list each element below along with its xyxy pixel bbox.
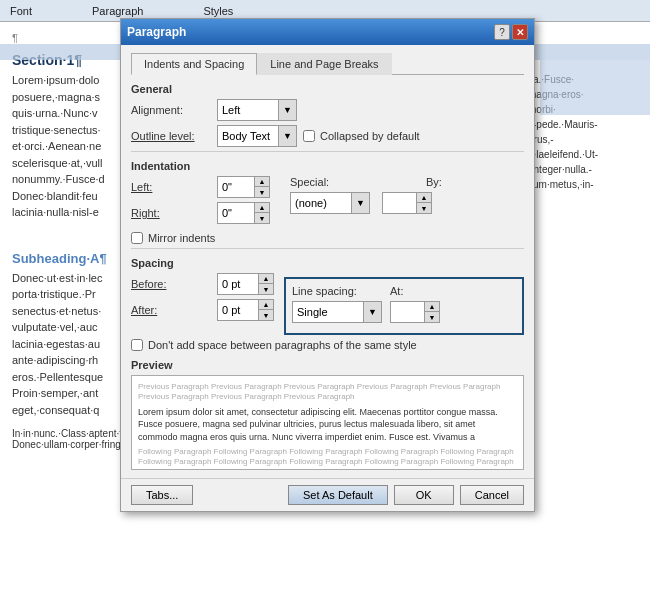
before-spinner[interactable]: 0 pt ▲ ▼ [217, 273, 274, 295]
dialog-title: Paragraph [127, 25, 186, 39]
left-spinner[interactable]: 0" ▲ ▼ [217, 176, 270, 198]
ok-button[interactable]: OK [394, 485, 454, 505]
ribbon-styles: Styles [203, 5, 233, 17]
right-down-btn[interactable]: ▼ [255, 213, 269, 223]
right-row: Right: 0" ▲ ▼ [131, 202, 270, 224]
line-spacing-dropdown-btn[interactable]: ▼ [363, 302, 381, 322]
set-as-default-button[interactable]: Set As Default [288, 485, 388, 505]
outline-dropdown-btn[interactable]: ▼ [278, 126, 296, 146]
outline-level-value: Body Text [218, 129, 278, 143]
outline-level-row: Outline level: Body Text ▼ Collapsed by … [131, 125, 524, 147]
special-value-row: (none) ▼ ▲ ▼ [290, 192, 506, 214]
ribbon-paragraph: Paragraph [92, 5, 143, 17]
left-down-btn[interactable]: ▼ [255, 187, 269, 197]
outline-level-label: Outline level: [131, 130, 211, 142]
dialog-titlebar: Paragraph ? ✕ [121, 19, 534, 45]
before-value: 0 pt [218, 277, 258, 291]
preview-box: Previous Paragraph Previous Paragraph Pr… [131, 375, 524, 470]
after-value: 0 pt [218, 303, 258, 317]
tab-indents-spacing[interactable]: Indents and Spacing [131, 53, 257, 75]
help-button[interactable]: ? [494, 24, 510, 40]
by-spinner[interactable]: ▲ ▼ [382, 192, 432, 214]
left-spinner-btns: ▲ ▼ [254, 177, 269, 197]
special-combo[interactable]: (none) ▼ [290, 192, 370, 214]
preview-follow-text: Following Paragraph Following Paragraph … [138, 447, 517, 470]
after-label: After: [131, 304, 211, 316]
right-spinner[interactable]: 0" ▲ ▼ [217, 202, 270, 224]
special-label: Special: [290, 176, 370, 188]
line-spacing-value: Single [293, 305, 363, 319]
before-row: Before: 0 pt ▲ ▼ [131, 273, 274, 295]
dialog-body: Indents and Spacing Line and Page Breaks… [121, 45, 534, 478]
indentation-left-right: Left: 0" ▲ ▼ Right: 0" ▲ [131, 176, 270, 228]
left-row: Left: 0" ▲ ▼ [131, 176, 270, 198]
close-button[interactable]: ✕ [512, 24, 528, 40]
before-up-btn[interactable]: ▲ [259, 274, 273, 284]
after-spinner-btns: ▲ ▼ [258, 300, 273, 320]
alignment-label: Alignment: [131, 104, 211, 116]
dialog-footer: Tabs... Set As Default OK Cancel [121, 478, 534, 511]
tabs-button[interactable]: Tabs... [131, 485, 193, 505]
by-down-btn[interactable]: ▼ [417, 203, 431, 213]
at-down-btn[interactable]: ▼ [425, 312, 439, 322]
alignment-row: Alignment: Left ▼ [131, 99, 524, 121]
line-spacing-combo[interactable]: Single ▼ [292, 301, 382, 323]
mirror-label: Mirror indents [148, 232, 215, 244]
at-spinner[interactable]: ▲ ▼ [390, 301, 440, 323]
special-dropdown-btn[interactable]: ▼ [351, 193, 369, 213]
spacing-outer: Before: 0 pt ▲ ▼ After: 0 pt ▲ [131, 273, 524, 335]
by-label: By: [426, 176, 506, 188]
alignment-combo[interactable]: Left ▼ [217, 99, 297, 121]
right-spinner-btns: ▲ ▼ [254, 203, 269, 223]
right-label: Right: [131, 207, 211, 219]
line-spacing-header-row: Line spacing: At: [292, 285, 516, 297]
by-spinner-btns: ▲ ▼ [416, 193, 431, 213]
left-up-btn[interactable]: ▲ [255, 177, 269, 187]
spacing-section-label: Spacing [131, 257, 524, 269]
at-spinner-btns: ▲ ▼ [424, 302, 439, 322]
right-value: 0" [218, 206, 254, 220]
general-section-label: General [131, 83, 524, 95]
after-down-btn[interactable]: ▼ [259, 310, 273, 320]
dont-add-space-row: Don't add space between paragraphs of th… [131, 339, 524, 351]
by-up-btn[interactable]: ▲ [417, 193, 431, 203]
dont-add-space-label: Don't add space between paragraphs of th… [148, 339, 417, 351]
special-row: Special: By: [290, 176, 506, 188]
at-up-btn[interactable]: ▲ [425, 302, 439, 312]
dont-add-space-checkbox[interactable] [131, 339, 143, 351]
collapsed-checkbox-row: Collapsed by default [303, 130, 420, 142]
right-up-btn[interactable]: ▲ [255, 203, 269, 213]
ribbon-font: Font [10, 5, 32, 17]
left-value: 0" [218, 180, 254, 194]
indentation-special: Special: By: (none) ▼ ▲ ▼ [290, 176, 506, 228]
after-row: After: 0 pt ▲ ▼ [131, 299, 274, 321]
dialog-controls: ? ✕ [494, 24, 528, 40]
preview-main-text: Lorem ipsum dolor sit amet, consectetur … [138, 406, 517, 444]
before-label: Before: [131, 278, 211, 290]
dialog-tabs: Indents and Spacing Line and Page Breaks [131, 53, 524, 75]
after-up-btn[interactable]: ▲ [259, 300, 273, 310]
tab-line-page-breaks[interactable]: Line and Page Breaks [257, 53, 391, 75]
at-value [391, 311, 424, 313]
indentation-area: Left: 0" ▲ ▼ Right: 0" ▲ [131, 176, 524, 228]
spacing-before-after: Before: 0 pt ▲ ▼ After: 0 pt ▲ [131, 273, 274, 335]
collapsed-label: Collapsed by default [320, 130, 420, 142]
alignment-dropdown-btn[interactable]: ▼ [278, 100, 296, 120]
alignment-value: Left [218, 103, 278, 117]
by-value [383, 202, 416, 204]
preview-section-label: Preview [131, 359, 524, 371]
mirror-checkbox-row: Mirror indents [131, 232, 524, 244]
line-spacing-label: Line spacing: [292, 285, 382, 297]
cancel-button[interactable]: Cancel [460, 485, 524, 505]
paragraph-dialog: Paragraph ? ✕ Indents and Spacing Line a… [120, 18, 535, 512]
collapsed-checkbox[interactable] [303, 130, 315, 142]
at-label: At: [390, 285, 403, 297]
outline-level-combo[interactable]: Body Text ▼ [217, 125, 297, 147]
before-down-btn[interactable]: ▼ [259, 284, 273, 294]
special-value: (none) [291, 196, 351, 210]
indentation-section-label: Indentation [131, 160, 524, 172]
mirror-checkbox[interactable] [131, 232, 143, 244]
left-label: Left: [131, 181, 211, 193]
after-spinner[interactable]: 0 pt ▲ ▼ [217, 299, 274, 321]
before-spinner-btns: ▲ ▼ [258, 274, 273, 294]
